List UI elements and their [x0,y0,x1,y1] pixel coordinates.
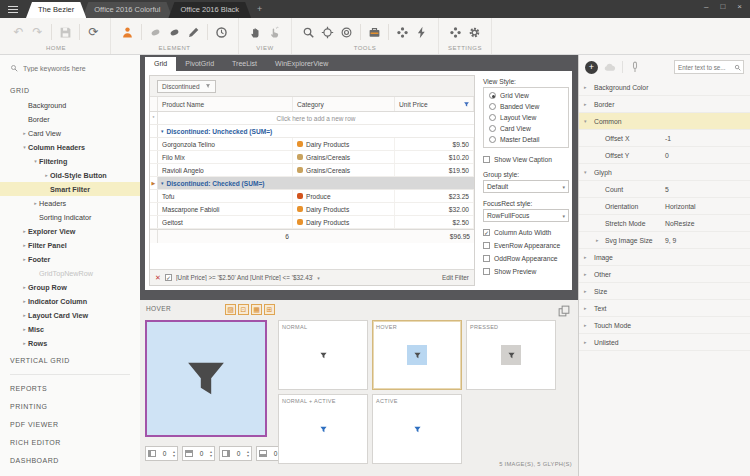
radio-master-detail[interactable]: Master Detail [489,136,563,143]
filter-enabled-checkbox[interactable]: ✓ [165,274,172,281]
stepper-arrows[interactable]: ▴▾ [173,450,175,458]
window-tab-office-2016-colorful[interactable]: Office 2016 Colorful [82,2,172,18]
sidebar-item-background[interactable]: Background [0,98,140,112]
expand-icon[interactable]: ▸ [584,271,587,277]
properties-search-input[interactable] [678,64,732,71]
expand-icon[interactable]: ▸ [584,101,587,107]
radio-layout-view[interactable]: Layout View [489,114,563,121]
spiral-button[interactable] [338,24,355,41]
stepper-arrows[interactable]: ▴▾ [210,450,212,458]
focusrect-style-select[interactable]: RowFullFocus▾ [483,209,569,222]
expand-icon[interactable]: ▸ [584,322,587,328]
property-offset-y[interactable]: Offset Y0 [579,147,750,164]
close-button[interactable]: × [737,2,742,12]
expand-icon[interactable]: ▸ [584,288,587,294]
blob-light-button[interactable] [147,24,164,41]
add-property-button[interactable]: + [585,61,598,74]
column-filter-icon[interactable] [463,101,470,108]
redo-button[interactable]: ↷ [29,24,46,41]
expand-icon[interactable]: ▾ [584,118,587,124]
category-background-color[interactable]: ▸Background Color [579,79,750,96]
property-count[interactable]: Count5 [579,181,750,198]
checkbox-column-auto-width[interactable]: ✓Column Auto Width [483,229,569,236]
property-offset-x[interactable]: Offset X-1 [579,130,750,147]
sidebar-search[interactable] [0,55,140,80]
property-value[interactable]: 5 [665,186,669,193]
property-orientation[interactable]: OrientationHorizontal [579,198,750,215]
window-tab-office-2016-black[interactable]: Office 2016 Black [168,2,251,18]
property-value[interactable]: 9, 9 [665,237,676,244]
property-value[interactable]: NoResize [665,220,694,227]
sidebar-item-smart-filter[interactable]: Smart Filter [0,182,140,196]
category-text[interactable]: ▸Text [579,300,750,317]
sidebar-section-dashboard[interactable]: DASHBOARD [0,453,140,468]
checkbox-show-preview[interactable]: Show Preview [483,268,569,275]
pin-icon[interactable] [629,61,641,73]
expand-icon[interactable]: ▸ [21,256,28,262]
clock-button[interactable] [213,24,230,41]
tab-winexplorerview[interactable]: WinExplorerView [266,57,337,71]
bolt-button[interactable] [413,24,430,41]
state-box-pressed[interactable]: PRESSED [466,320,556,390]
solid-bg-button[interactable]: ⊡ [238,304,249,315]
filter-expression[interactable]: [Unit Price] >= '$2.50' And [Unit Price]… [176,274,313,281]
table-row[interactable]: Gorgonzola TelinoDairy Products$9.50 [150,138,474,151]
sidebar-section-reports[interactable]: REPORTS [0,381,140,396]
radio-card-view[interactable]: Card View [489,125,563,132]
radio-banded-view[interactable]: Banded View [489,103,563,110]
expand-icon[interactable]: ▾ [21,144,28,150]
expand-icon[interactable]: ▸ [584,84,587,90]
expand-icon[interactable]: ▸ [584,254,587,260]
sidebar-item-layout-card-view[interactable]: ▸Layout Card View [0,308,140,322]
collapse-icon[interactable]: ▾ [161,180,164,186]
glyph-editor-canvas[interactable] [145,320,267,437]
category-glyph[interactable]: ▾Glyph [579,164,750,181]
table-row[interactable]: Filo MixGrains/Cereals$10.20 [150,151,474,164]
sidebar-item-card-view[interactable]: ▸Card View [0,126,140,140]
expand-icon[interactable]: ▾ [32,158,39,164]
sidebar-item-filtering[interactable]: ▾Filtering [0,154,140,168]
sidebar-item-old-style-button[interactable]: ▸Old-Style Button [0,168,140,182]
sidebar-section-rich-editor[interactable]: RICH EDITOR [0,435,140,450]
wheel-button[interactable] [447,24,464,41]
sidebar-item-indicator-column[interactable]: ▸Indicator Column [0,294,140,308]
tab-grid[interactable]: Grid [145,57,176,71]
property-value[interactable]: Horizontal [665,203,696,210]
group-by-chip[interactable]: Discontinued [157,80,216,93]
category-image[interactable]: ▸Image [579,249,750,266]
sidebar-item-filter-panel[interactable]: ▸Filter Panel [0,238,140,252]
expand-icon[interactable]: ▸ [584,305,587,311]
save-button[interactable] [57,24,74,41]
table-row[interactable]: TofuProduce$23.25 [150,190,474,203]
minimize-button[interactable]: – [704,2,708,12]
blob-dark-button[interactable] [166,24,183,41]
radio-grid-view[interactable]: Grid View [489,92,563,99]
margin-left-stepper[interactable]: 0▴▾ [145,446,178,461]
state-box-normal[interactable]: NORMAL [278,320,368,390]
down-arrow-icon[interactable]: ▾ [173,454,175,458]
table-row[interactable]: Ravioli AngeloGrains/Cereals$19.50 [150,164,474,177]
expand-icon[interactable]: ▸ [21,298,28,304]
sidebar-item-footer[interactable]: ▸Footer [0,252,140,266]
sidebar-item-gridtopnewrow[interactable]: GridTopNewRow [0,266,140,280]
pattern-bg-button[interactable]: ▦ [251,304,262,315]
maximize-button[interactable]: □ [720,2,725,12]
undo-button[interactable]: ↶ [10,24,27,41]
state-box-active[interactable]: ACTIVE [372,394,462,464]
table-row[interactable]: GeitostDairy Products$2.50 [150,216,474,229]
down-arrow-icon[interactable]: ▾ [210,454,212,458]
gear-button[interactable] [466,24,483,41]
export-image-button[interactable] [558,303,570,315]
category-common[interactable]: ▾Common [579,113,750,130]
window-tab-the-bezier[interactable]: The Bezier [26,2,86,18]
down-arrow-icon[interactable]: ▾ [247,454,249,458]
pencil-button[interactable] [185,24,202,41]
category-touch-mode[interactable]: ▸Touch Mode [579,317,750,334]
expand-icon[interactable]: ▸ [584,339,587,345]
checkbox-evenrow-appearance[interactable]: EvenRow Appearance [483,242,569,249]
main-menu-button[interactable] [0,0,26,18]
magnifier-button[interactable] [300,24,317,41]
category-other[interactable]: ▸Other [579,266,750,283]
sidebar-section-grid[interactable]: GRID [0,83,140,98]
category-border[interactable]: ▸Border [579,96,750,113]
